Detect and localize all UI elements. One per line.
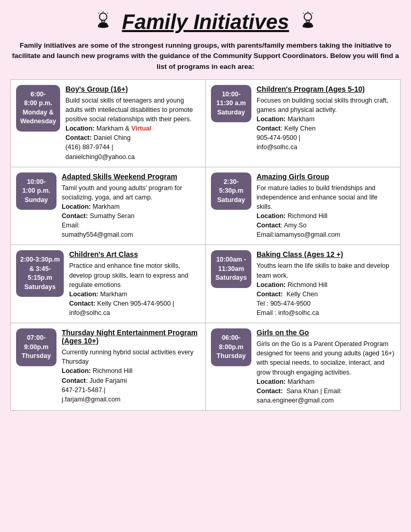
title-baking-class: Baking Class (Ages 12 +) (257, 250, 395, 258)
time-box-adapted-skills: 10:00-1:00 p.m. Sunday (16, 172, 56, 210)
svg-line-9 (312, 13, 313, 13)
page-header: Family Initiatives (10, 9, 401, 34)
time-box-amazing-girls: 2:30-5:30p.m Saturday (211, 172, 251, 210)
content-thursday-night: Thursday Night Entertainment Program (Ag… (62, 328, 200, 404)
desc-childrens-program: Focuses on building social skills throug… (257, 96, 395, 152)
title-amazing-girls: Amazing Girls Group (257, 172, 395, 181)
svg-rect-1 (102, 20, 105, 22)
cell-boys-group: 6:00-8:00 p.m. Monday &Wednesday Boy's G… (11, 79, 206, 167)
cell-baking-class: 10:00am -11:30am Saturdays Baking Class … (206, 245, 401, 323)
right-icon (295, 9, 320, 34)
main-title: Family Initiatives (122, 10, 289, 34)
time-box-girls-on-go: 06:00-8:00p.m Thursday (211, 328, 251, 366)
table-row: 10:00-1:00 p.m. Sunday Adapted Skills We… (11, 167, 401, 245)
left-icon (91, 9, 116, 34)
content-boys-group: Boy's Group (16+) Build social skills of… (65, 85, 200, 162)
svg-point-0 (100, 13, 107, 20)
content-baking-class: Baking Class (Ages 12 +) Youths learn th… (257, 250, 395, 318)
table-row: 6:00-8:00 p.m. Monday &Wednesday Boy's G… (11, 79, 401, 167)
title-thursday-night: Thursday Night Entertainment Program (Ag… (62, 328, 200, 345)
cell-girls-on-go: 06:00-8:00p.m Thursday Girls on the Go G… (206, 323, 401, 411)
subtitle-text: Family initiatives are some of the stron… (10, 40, 401, 72)
desc-thursday-night: Currently running hybrid social activiti… (62, 348, 200, 404)
table-row: 07:00-9:00p.m Thursday Thursday Night En… (11, 323, 401, 411)
cell-thursday-night: 07:00-9:00p.m Thursday Thursday Night En… (11, 323, 206, 411)
table-row: 2:00-3:30p.m& 3:45-5:15p.m Saturdays Chi… (11, 245, 401, 323)
desc-adapted-skills: Tamil youth and young adults' program fo… (62, 183, 200, 240)
title-childrens-art: Children's Art Class (69, 250, 200, 258)
time-box-childrens-art: 2:00-3:30p.m& 3:45-5:15p.m Saturdays (16, 250, 64, 297)
content-childrens-art: Children's Art Class Practice and enhanc… (69, 250, 200, 318)
title-childrens-program: Children's Program (Ages 5-10) (257, 85, 395, 93)
time-box-baking-class: 10:00am -11:30am Saturdays (211, 250, 251, 288)
programs-table: 6:00-8:00 p.m. Monday &Wednesday Boy's G… (10, 79, 401, 411)
svg-point-5 (304, 13, 311, 20)
desc-baking-class: Youths learn the life skills to bake and… (257, 261, 395, 318)
content-amazing-girls: Amazing Girls Group For mature ladies to… (257, 172, 395, 240)
svg-line-4 (98, 13, 99, 13)
desc-boys-group: Build social skills of teenagers and you… (65, 96, 200, 162)
content-childrens-program: Children's Program (Ages 5-10) Focuses o… (257, 85, 395, 152)
time-box-thursday-night: 07:00-9:00p.m Thursday (16, 328, 56, 366)
svg-line-3 (107, 13, 108, 13)
time-box-childrens-program: 10:00-11:30 a.m Saturday (211, 85, 251, 123)
desc-amazing-girls: For mature ladies to build friendships a… (257, 183, 395, 240)
title-girls-on-go: Girls on the Go (257, 328, 395, 337)
title-boys-group: Boy's Group (16+) (65, 85, 200, 93)
content-girls-on-go: Girls on the Go Girls on the Go is a Par… (257, 328, 395, 405)
content-adapted-skills: Adapted Skills Weekend Program Tamil you… (62, 172, 200, 240)
cell-childrens-art: 2:00-3:30p.m& 3:45-5:15p.m Saturdays Chi… (11, 245, 206, 323)
svg-rect-6 (306, 20, 309, 22)
desc-childrens-art: Practice and enhance fine motor skills, … (69, 261, 200, 318)
cell-childrens-program: 10:00-11:30 a.m Saturday Children's Prog… (206, 79, 401, 167)
desc-girls-on-go: Girls on the Go is a Parent Operated Pro… (257, 339, 395, 405)
svg-line-8 (303, 13, 303, 13)
time-box-boys-group: 6:00-8:00 p.m. Monday &Wednesday (16, 85, 60, 132)
header-icons: Family Initiatives (10, 9, 401, 34)
cell-adapted-skills: 10:00-1:00 p.m. Sunday Adapted Skills We… (11, 167, 206, 245)
cell-amazing-girls: 2:30-5:30p.m Saturday Amazing Girls Grou… (206, 167, 401, 245)
title-adapted-skills: Adapted Skills Weekend Program (62, 172, 200, 181)
